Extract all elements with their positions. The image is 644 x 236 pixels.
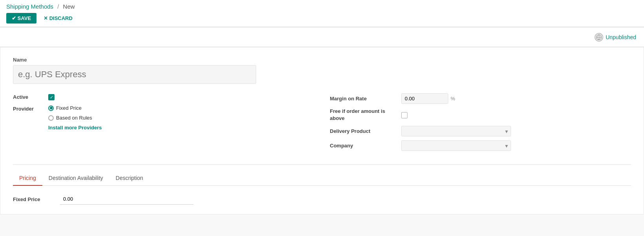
right-section: Margin on Rate % Free if order amount is…	[330, 93, 631, 155]
name-input[interactable]	[13, 65, 256, 84]
left-section: Active ✓ Provider Fixed Price Based on R…	[13, 93, 314, 155]
main-content: Name Active ✓ Provider Fixed Price	[0, 47, 644, 214]
install-providers-link[interactable]: Install more Providers	[48, 125, 102, 131]
margin-on-rate-input[interactable]	[401, 93, 448, 104]
breadcrumb-parent[interactable]: Shipping Methods	[6, 3, 53, 10]
company-label: Company	[330, 143, 397, 149]
delivery-product-label: Delivery Product	[330, 128, 397, 134]
margin-on-rate-value-wrapper: %	[401, 93, 455, 104]
based-on-rules-label: Based on Rules	[56, 115, 92, 121]
provider-based-on-rules[interactable]: Based on Rules	[48, 115, 92, 121]
free-if-order-row: Free if order amount is above	[330, 108, 631, 122]
fixed-price-label: Fixed Price	[13, 196, 52, 202]
fixed-price-radio[interactable]	[48, 105, 54, 111]
provider-fixed-price[interactable]: Fixed Price	[48, 105, 82, 111]
form-grid: Active ✓ Provider Fixed Price Based on R…	[13, 93, 631, 155]
name-label: Name	[13, 57, 631, 63]
delivery-product-select[interactable]	[401, 126, 511, 136]
unpublished-label: Unpublished	[606, 34, 636, 40]
active-row: Active ✓	[13, 93, 314, 100]
margin-on-rate-label: Margin on Rate	[330, 96, 397, 102]
provider-value: Fixed Price Based on Rules Install more …	[48, 105, 102, 131]
top-bar: Shipping Methods / New ✔ SAVE ✕ DISCARD	[0, 0, 644, 27]
active-checkbox[interactable]: ✓	[48, 94, 55, 100]
discard-button[interactable]: ✕ DISCARD	[40, 13, 76, 24]
free-if-order-checkbox[interactable]	[401, 112, 408, 118]
tabs: Pricing Destination Availability Descrip…	[13, 171, 631, 186]
percent-label: %	[451, 96, 455, 102]
margin-on-rate-row: Margin on Rate %	[330, 93, 631, 104]
delivery-product-wrapper	[401, 126, 511, 136]
free-if-order-label: Free if order amount is above	[330, 108, 397, 122]
pricing-tab-content: Fixed Price	[13, 194, 631, 205]
fixed-price-label: Fixed Price	[56, 105, 82, 111]
status-bar: Unpublished	[0, 27, 644, 47]
toolbar: ✔ SAVE ✕ DISCARD	[6, 13, 638, 24]
unpublished-badge[interactable]: Unpublished	[595, 33, 636, 42]
company-wrapper	[401, 140, 511, 151]
save-button[interactable]: ✔ SAVE	[6, 13, 36, 24]
tab-destination-availability[interactable]: Destination Availability	[42, 171, 109, 186]
divider	[13, 164, 631, 165]
active-label: Active	[13, 93, 48, 100]
breadcrumb: Shipping Methods / New	[6, 3, 638, 10]
based-on-rules-radio[interactable]	[48, 115, 54, 121]
delivery-product-row: Delivery Product	[330, 126, 631, 136]
breadcrumb-current: New	[63, 3, 75, 10]
tab-description[interactable]: Description	[109, 171, 149, 186]
active-value: ✓	[48, 93, 55, 100]
breadcrumb-separator: /	[57, 3, 59, 10]
company-select[interactable]	[401, 140, 511, 151]
tab-pricing[interactable]: Pricing	[13, 171, 42, 186]
globe-icon	[595, 33, 603, 42]
fixed-price-input[interactable]	[60, 194, 193, 205]
name-section: Name	[13, 57, 631, 84]
company-row: Company	[330, 140, 631, 151]
provider-row: Provider Fixed Price Based on Rules Inst…	[13, 105, 314, 131]
provider-label: Provider	[13, 105, 48, 112]
